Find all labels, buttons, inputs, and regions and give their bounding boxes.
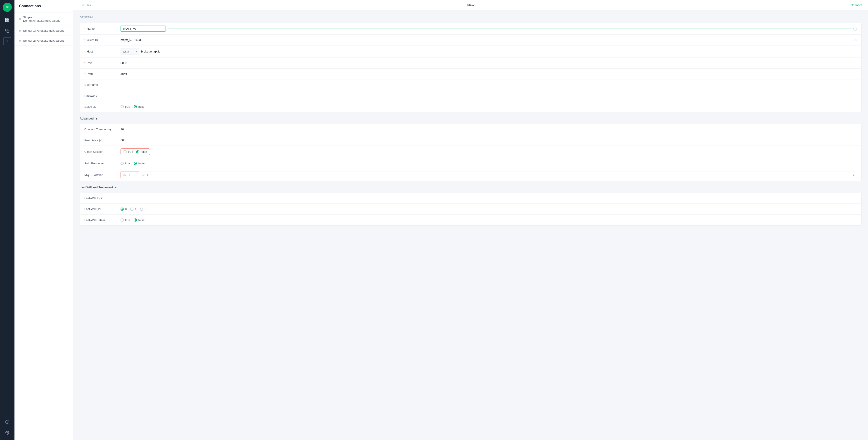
qos-0-option[interactable]: 0 bbox=[121, 207, 127, 211]
sidebar-item-sensor1[interactable]: Sensor 1@broker.emqx.io:8083 bbox=[14, 26, 73, 36]
auto-reconnect-row: Auto Reconnect true false bbox=[80, 158, 862, 169]
path-input[interactable] bbox=[121, 71, 857, 77]
back-chevron-icon: ‹ bbox=[80, 3, 81, 7]
qos-1-radio[interactable] bbox=[130, 208, 133, 211]
port-input[interactable] bbox=[121, 60, 857, 66]
last-will-retain-row: Last-Will Retain true false bbox=[80, 214, 862, 226]
password-row: Password bbox=[80, 90, 862, 101]
connect-timeout-row: Connect Timeout (s) bbox=[80, 124, 862, 135]
auto-reconnect-true-option[interactable]: true bbox=[121, 162, 130, 165]
port-row: * Port bbox=[80, 58, 862, 68]
topbar: ‹ < Back New Connect bbox=[73, 0, 868, 10]
main-content: ‹ < Back New Connect General * Name i bbox=[73, 0, 868, 440]
mqtt-version-label: MQTT Version bbox=[84, 173, 121, 177]
host-input[interactable] bbox=[141, 50, 857, 53]
add-connection-icon[interactable]: + bbox=[3, 37, 11, 45]
clean-session-false-option[interactable]: false bbox=[136, 150, 147, 153]
back-button[interactable]: ‹ < Back bbox=[80, 3, 91, 7]
clean-session-false-radio[interactable] bbox=[136, 150, 139, 153]
last-will-collapse-icon: ▲ bbox=[115, 185, 117, 189]
ssl-tls-row: SSL/TLS true false bbox=[80, 101, 862, 112]
clean-session-highlighted-box: true false bbox=[121, 148, 150, 155]
name-row: * Name i bbox=[80, 23, 862, 35]
connection-status-dot bbox=[19, 18, 21, 20]
sidebar-item-label: Simple Demo@broker.emqx.io:8083 bbox=[23, 16, 68, 22]
keep-alive-input[interactable] bbox=[121, 138, 857, 143]
qos-2-radio[interactable] bbox=[140, 208, 143, 211]
mqtt-version-select-wrap: 3.1.1 3.1 5.0 bbox=[139, 172, 857, 178]
connect-timeout-input[interactable] bbox=[121, 127, 857, 132]
sidebar-item-label: Sensor 2@broker.emqx.io:8083 bbox=[23, 39, 64, 42]
clean-session-true-radio[interactable] bbox=[123, 150, 127, 153]
ssl-tls-false-option[interactable]: false bbox=[134, 105, 144, 109]
sidebar-item-sensor2[interactable]: Sensor 2@broker.emqx.io:8083 bbox=[14, 36, 73, 46]
username-input[interactable] bbox=[121, 82, 857, 87]
last-will-topic-input[interactable] bbox=[121, 196, 857, 201]
last-will-topic-label: Last-Will Topic bbox=[84, 197, 121, 200]
svg-rect-2 bbox=[6, 20, 7, 22]
retain-false-option[interactable]: false bbox=[134, 218, 144, 222]
auto-reconnect-false-option[interactable]: false bbox=[134, 162, 144, 165]
clean-session-true-option[interactable]: true bbox=[123, 150, 133, 153]
ssl-tls-label: SSL/TLS bbox=[84, 105, 121, 109]
username-label: Username bbox=[84, 83, 121, 86]
client-id-row: * Client ID ↺ bbox=[80, 35, 862, 46]
auto-reconnect-true-radio[interactable] bbox=[121, 162, 124, 165]
sidebar: Connections Simple Demo@broker.emqx.io:8… bbox=[14, 0, 73, 440]
svg-rect-1 bbox=[8, 18, 9, 20]
mqtt-version-input[interactable] bbox=[121, 172, 139, 178]
ssl-tls-true-option[interactable]: true bbox=[121, 105, 130, 109]
advanced-collapse-icon: ▲ bbox=[95, 117, 98, 120]
qos-2-option[interactable]: 2 bbox=[140, 207, 146, 211]
connect-timeout-label: Connect Timeout (s) bbox=[84, 128, 121, 131]
connections-nav-icon[interactable] bbox=[3, 16, 12, 24]
svg-point-8 bbox=[7, 432, 8, 434]
svg-rect-0 bbox=[6, 18, 7, 20]
qos-0-radio[interactable] bbox=[121, 208, 124, 211]
clean-session-label: Clean Session bbox=[84, 150, 121, 153]
keep-alive-label: Keep Alive (s) bbox=[84, 139, 121, 142]
name-input[interactable] bbox=[121, 26, 166, 32]
info-nav-icon[interactable] bbox=[3, 417, 12, 427]
ssl-tls-false-radio[interactable] bbox=[134, 105, 137, 108]
host-input-group: ws:// wss:// mqtt:// mqtts:// bbox=[121, 48, 857, 55]
last-will-retain-radio-group: true false bbox=[121, 218, 857, 222]
client-id-input[interactable] bbox=[121, 37, 854, 42]
connection-status-dot bbox=[19, 40, 21, 42]
last-will-topic-row: Last-Will Topic bbox=[80, 193, 862, 204]
mqtt-version-row: MQTT Version 3.1.1 3.1 5.0 bbox=[80, 169, 862, 181]
qos-1-option[interactable]: 1 bbox=[130, 207, 136, 211]
password-input[interactable] bbox=[121, 93, 857, 98]
mqtt-version-highlighted-box bbox=[121, 172, 139, 178]
app-logo[interactable]: ✕ bbox=[3, 3, 12, 12]
advanced-section-label[interactable]: Advanced ▲ bbox=[80, 117, 862, 120]
retain-true-radio[interactable] bbox=[121, 218, 124, 222]
keep-alive-row: Keep Alive (s) bbox=[80, 135, 862, 146]
general-form-card: * Name i * Client ID ↺ bbox=[80, 23, 862, 112]
copy-nav-icon[interactable] bbox=[3, 26, 12, 35]
auto-reconnect-false-radio[interactable] bbox=[134, 162, 137, 165]
advanced-form-card: Connect Timeout (s) Keep Alive (s) Clean… bbox=[80, 124, 862, 181]
last-will-qos-row: Last-Will QoS 0 1 2 bbox=[80, 204, 862, 214]
sidebar-item-simple-demo[interactable]: Simple Demo@broker.emqx.io:8083 bbox=[14, 12, 73, 26]
refresh-client-id-icon[interactable]: ↺ bbox=[854, 38, 857, 42]
last-will-retain-label: Last-Will Retain bbox=[84, 218, 121, 222]
retain-true-option[interactable]: true bbox=[121, 218, 130, 222]
svg-rect-4 bbox=[7, 30, 9, 33]
protocol-select[interactable]: ws:// wss:// mqtt:// mqtts:// bbox=[121, 48, 139, 55]
connect-button[interactable]: Connect bbox=[851, 3, 862, 7]
retain-false-radio[interactable] bbox=[134, 218, 137, 222]
last-will-section-label[interactable]: Last Will and Testament ▲ bbox=[80, 185, 862, 189]
protocol-select-wrap: ws:// wss:// mqtt:// mqtts:// bbox=[121, 48, 139, 55]
mqtt-version-select[interactable]: 3.1.1 3.1 5.0 bbox=[139, 172, 857, 178]
svg-rect-3 bbox=[8, 20, 9, 22]
name-info-icon[interactable]: i bbox=[853, 27, 857, 31]
ssl-tls-true-radio[interactable] bbox=[121, 105, 124, 108]
name-label: * Name bbox=[84, 27, 121, 30]
sidebar-title: Connections bbox=[14, 0, 73, 12]
path-row: * Path bbox=[80, 68, 862, 80]
last-will-qos-label: Last-Will QoS bbox=[84, 207, 121, 211]
auto-reconnect-radio-group: true false bbox=[121, 162, 857, 165]
settings-nav-icon[interactable] bbox=[3, 428, 12, 437]
auto-reconnect-label: Auto Reconnect bbox=[84, 162, 121, 165]
